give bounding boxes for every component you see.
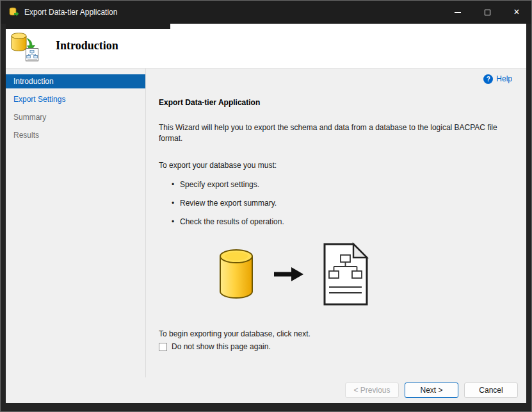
step-export-settings[interactable]: Export Settings: [6, 92, 145, 106]
titlebar[interactable]: Export Data-tier Application ×: [1, 1, 531, 24]
window-title: Export Data-tier Application: [24, 8, 117, 17]
next-note: To begin exporting your database, click …: [159, 329, 512, 338]
button-bar: < Previous Next > Cancel: [6, 377, 526, 403]
minimize-button[interactable]: [443, 1, 472, 24]
bacpac-file-icon: [320, 242, 371, 306]
content-heading: Export Data-tier Application: [159, 98, 512, 107]
wizard-banner: Introduction: [6, 24, 526, 69]
cancel-button[interactable]: Cancel: [464, 383, 518, 398]
step-summary: Summary: [6, 110, 145, 124]
maximize-button[interactable]: [472, 1, 502, 24]
dont-show-again-checkbox[interactable]: [159, 343, 167, 351]
step-results: Results: [6, 128, 145, 142]
next-button[interactable]: Next >: [405, 383, 458, 398]
help-label: Help: [496, 74, 512, 83]
list-item: Check the results of operation.: [172, 217, 512, 227]
titlebar-artifact-strip: [6, 24, 170, 29]
dont-show-again-label: Do not show this page again.: [172, 342, 271, 351]
list-item: Review the export summary.: [172, 199, 512, 208]
step-introduction[interactable]: Introduction: [6, 74, 145, 88]
minimize-icon: [455, 12, 461, 13]
wizard-steps-nav: Introduction Export Settings Summary Res…: [6, 69, 146, 377]
help-icon: ?: [483, 74, 493, 84]
requirements-intro: To export your database you must:: [159, 161, 512, 170]
help-link[interactable]: ? Help: [483, 74, 512, 84]
maximize-icon: [485, 10, 490, 15]
requirements-list: Specify export settings. Review the expo…: [172, 180, 512, 227]
previous-button[interactable]: < Previous: [345, 383, 399, 398]
export-dac-icon: [10, 31, 39, 62]
right-arrow-icon: [274, 265, 303, 283]
wizard-content-pane: ? Help Export Data-tier Application This…: [146, 69, 526, 377]
wizard-dialog: Introduction Introduction Export Setting…: [6, 24, 526, 403]
app-database-export-icon: [9, 7, 19, 17]
close-button[interactable]: ×: [502, 1, 531, 24]
intro-text: This Wizard will help you to export the …: [159, 122, 512, 144]
window-controls: ×: [443, 1, 531, 24]
page-title: Introduction: [56, 39, 118, 53]
export-illustration: [218, 242, 512, 306]
close-icon: ×: [513, 7, 519, 17]
dont-show-again-option[interactable]: Do not show this page again.: [159, 342, 512, 351]
list-item: Specify export settings.: [172, 180, 512, 190]
app-window: Export Data-tier Application ×: [0, 0, 532, 412]
database-cylinder-icon: [218, 248, 255, 301]
wizard-body: Introduction Export Settings Summary Res…: [6, 69, 526, 377]
